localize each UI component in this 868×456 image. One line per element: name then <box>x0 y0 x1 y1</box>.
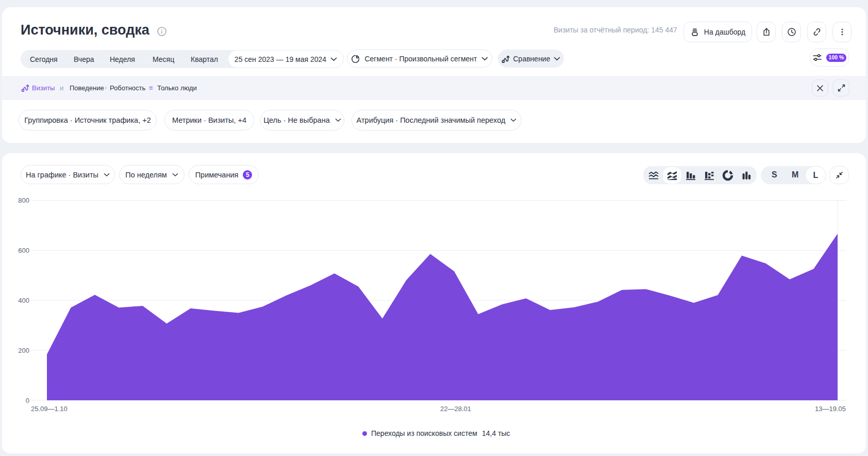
svg-text:22—28.01: 22—28.01 <box>440 405 471 413</box>
svg-text:25.09—1.10: 25.09—1.10 <box>31 405 68 413</box>
svg-text:0: 0 <box>26 397 29 404</box>
svg-text:600: 600 <box>18 247 29 254</box>
svg-text:13—19.05: 13—19.05 <box>815 405 846 413</box>
svg-text:800: 800 <box>18 197 29 204</box>
svg-text:400: 400 <box>18 297 29 304</box>
svg-text:200: 200 <box>18 347 29 354</box>
